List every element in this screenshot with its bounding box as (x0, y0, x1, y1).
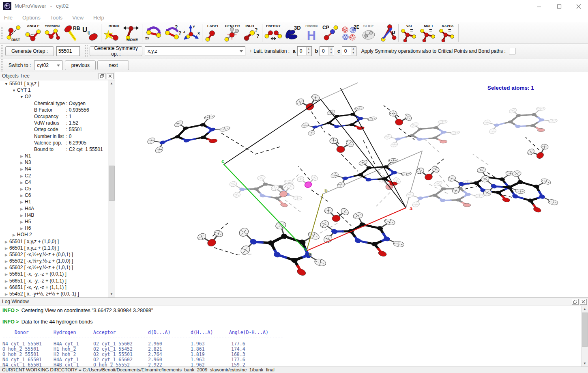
expand-icon[interactable]: ▶ (19, 179, 25, 186)
expand-icon[interactable]: ▶ (19, 219, 25, 225)
symmetry-op-combobox[interactable]: x,y,z (145, 46, 245, 56)
tree-item[interactable]: ▶H6 (0, 225, 108, 231)
toolbar-grip[interactable] (0, 45, 4, 58)
tree-item[interactable]: ▶C4 (0, 179, 108, 185)
scroll-down-icon[interactable]: ▼ (582, 360, 588, 367)
tree-item[interactable]: ▼O2 (0, 93, 108, 100)
toolbar-cp-tool[interactable]: CP (321, 23, 340, 43)
toolbar-val-tool[interactable]: VAL= (400, 23, 419, 43)
expand-icon[interactable]: ▶ (19, 186, 25, 192)
tree-item[interactable]: ▶N3 (0, 159, 108, 166)
scrollbar-thumb[interactable] (582, 313, 588, 347)
tree-item[interactable]: ▶C2 (0, 172, 108, 179)
expand-icon[interactable]: ▶ (19, 206, 25, 212)
ortep-code-input[interactable] (56, 46, 80, 56)
toolbar-grip[interactable] (85, 45, 88, 58)
tree-item[interactable]: ▶65602 [ -x,½+y,½-z + (1,0,1) ] (0, 264, 108, 271)
toolbar-center-tool[interactable]: CENTER (223, 23, 242, 43)
apply-symmetry-checkbox[interactable] (509, 48, 515, 54)
tree-item[interactable]: ▼55501 [ x,y,z ] (0, 80, 108, 87)
close-panel-icon[interactable] (580, 299, 587, 305)
expand-icon[interactable]: ▶ (19, 199, 25, 205)
menu-help[interactable]: Help (88, 15, 109, 21)
structure-combobox[interactable]: cyt02 (34, 60, 62, 70)
toolbar-angle-tool[interactable]: ANGLE (24, 23, 43, 43)
expand-icon[interactable]: ▶ (3, 265, 9, 271)
close-button[interactable] (569, 0, 588, 13)
toolbar-kappa-tool[interactable]: KAPPA= (438, 23, 457, 43)
expand-icon[interactable]: ▶ (3, 278, 9, 285)
scroll-up-icon[interactable]: ▲ (582, 306, 588, 313)
toolbar-rotate-zx-tool[interactable]: zx (144, 23, 163, 43)
previous-button[interactable]: previous (65, 60, 96, 70)
tree-item[interactable]: ▶N4 (0, 166, 108, 172)
expand-icon[interactable]: ▶ (3, 271, 9, 278)
tree-scrollbar[interactable]: ▲ ▼ (108, 80, 115, 298)
tree-item[interactable]: ▶55602 [ -x,½+y,½-z + (0,0,1) ] (0, 251, 108, 258)
c-translation-stepper[interactable]: 0▲▼ (342, 46, 356, 56)
toolbar-rigid-body-tool[interactable]: RB (62, 23, 81, 43)
expand-icon[interactable]: ▶ (19, 153, 25, 160)
scrollbar-thumb[interactable] (109, 166, 115, 201)
next-button[interactable]: next (97, 60, 129, 70)
tree-item[interactable]: ▶C6 (0, 192, 108, 198)
tree-item[interactable]: ▼CYT 1 (0, 87, 108, 93)
toolbar-2d-tool[interactable]: 2D (340, 23, 359, 43)
expand-icon[interactable]: ▶ (19, 160, 25, 166)
toolbar-torsion-tool[interactable]: TORSION (43, 23, 62, 43)
menu-view[interactable]: View (67, 15, 88, 21)
scroll-down-icon[interactable]: ▼ (108, 291, 115, 298)
toolbar-grip[interactable] (0, 26, 4, 39)
menu-file[interactable]: File (0, 15, 17, 21)
menu-options[interactable]: Options (17, 15, 45, 21)
float-panel-icon[interactable] (99, 73, 105, 79)
toolbar-slice-tool[interactable]: SLICE (359, 23, 378, 43)
3d-viewport[interactable]: cbao Selected atoms: 1 (115, 72, 588, 298)
expand-icon[interactable]: ▶ (3, 291, 9, 298)
toolbar-move-tool[interactable]: MOVE (122, 23, 141, 43)
toolbar-mult-tool[interactable]: MULT= (419, 23, 438, 43)
expand-icon[interactable]: ▶ (3, 285, 9, 291)
tree-item[interactable]: ▶H4A (0, 205, 108, 212)
toolbar-bond-tool[interactable]: BOND (103, 23, 122, 43)
log-window-header[interactable]: Log Window (0, 298, 588, 306)
tree-item[interactable]: ▶H4B (0, 212, 108, 218)
tree-item[interactable]: ▶HOH 2 (0, 231, 108, 238)
collapse-icon[interactable]: ▼ (11, 87, 17, 94)
generate-symmetry-button[interactable]: Generate Symmetry op. : (90, 46, 142, 56)
menu-tools[interactable]: Tools (45, 15, 67, 21)
tree-item[interactable]: ▶66651 [ -x, -y, -z + (1,1,1) ] (0, 284, 108, 291)
expand-icon[interactable]: ▶ (19, 212, 25, 219)
maximize-button[interactable] (550, 0, 569, 13)
expand-icon[interactable]: ▶ (11, 232, 17, 238)
expand-icon[interactable]: ▶ (3, 239, 9, 245)
b-translation-stepper[interactable]: 0▲▼ (320, 46, 334, 56)
tree-item[interactable]: ▶65501 [ x,y,z + (1,0,0) ] (0, 238, 108, 245)
toolbar-rotate-query-tool[interactable]: ?? (163, 23, 182, 43)
tree-item[interactable]: ▶55651 [ -x, -y, -z + (0,0,1) ] (0, 271, 108, 277)
expand-icon[interactable]: ▶ (19, 192, 25, 199)
expand-icon[interactable]: ▶ (19, 166, 25, 172)
molecular-scene[interactable]: cbao (115, 72, 588, 298)
collapse-icon[interactable]: ▼ (3, 81, 9, 87)
log-scrollbar[interactable]: ▲ ▼ (581, 306, 588, 367)
expand-icon[interactable]: ▶ (19, 225, 25, 232)
a-translation-stepper[interactable]: 0▲▼ (297, 46, 312, 56)
toolbar-axes-tool[interactable]: YzX (182, 23, 201, 43)
toolbar-energy-tool[interactable]: ENERGY (264, 23, 283, 43)
tree-item[interactable]: ▶66501 [ x,y,z + (1,1,0) ] (0, 245, 108, 251)
close-panel-icon[interactable] (107, 73, 114, 79)
toolbar-label-tool[interactable]: LABEL (204, 23, 223, 43)
tree-item[interactable]: ▶65502 [ -x,½+y,½-z + (1,0,0) ] (0, 258, 108, 264)
toolbar-dipole-tool[interactable]: μ (378, 23, 397, 43)
generate-ortep-button[interactable]: Generate Ortep : (5, 46, 54, 56)
toolbar-uij-tool[interactable]: Uij (81, 23, 100, 43)
tree-item[interactable]: ▶H1 (0, 198, 108, 205)
toolbar-dist-tool[interactable]: DIST (4, 23, 24, 43)
tree-item[interactable]: ▶H5 (0, 218, 108, 225)
tree-item[interactable]: ▶55452 [ x, -y+½, z+½ + (0,0,-1) ] (0, 291, 108, 297)
toolbar-info-tool[interactable]: INFO?? (242, 23, 261, 43)
objects-tree-header[interactable]: Objects Tree (0, 72, 115, 80)
float-panel-icon[interactable] (572, 299, 579, 305)
expand-icon[interactable]: ▶ (3, 245, 9, 252)
